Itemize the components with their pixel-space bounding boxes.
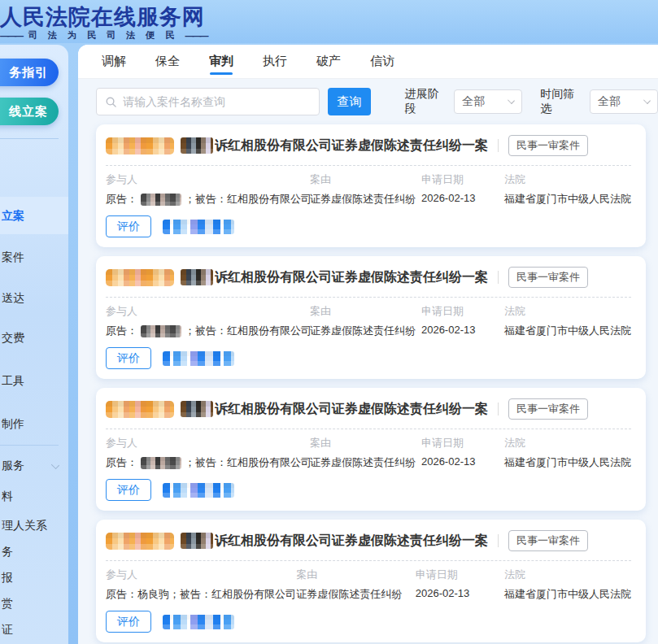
progress-stage-label: 进展阶段 xyxy=(405,87,447,116)
case-card[interactable]: 诉红相股份有限公司证券虚假陈述责任纠纷一案 民事一审案件 参与人 原告： ； 被… xyxy=(96,124,646,247)
search-input[interactable] xyxy=(123,95,311,108)
chevron-down-icon xyxy=(51,461,59,469)
sidebar-item-payment[interactable]: 交费 xyxy=(0,329,68,346)
defendant-name: 红相股份有限公司 xyxy=(227,192,312,207)
case-title-row: 诉红相股份有限公司证券虚假陈述责任纠纷一案 民事一审案件 xyxy=(106,135,631,156)
title-divider xyxy=(498,402,499,416)
case-card[interactable]: 诉红相股份有限公司证券虚假陈述责任纠纷一案 民事一审案件 参与人 原告： ； 被… xyxy=(96,388,646,511)
participants-label: 参与人 xyxy=(106,172,310,187)
sidebar-item-cases[interactable]: 案件 xyxy=(0,249,68,265)
cause-value: 证券虚假陈述责任纠纷 xyxy=(310,192,421,207)
apply-date-label: 申请日期 xyxy=(421,436,504,450)
title-divider xyxy=(498,139,499,152)
tab-trial[interactable]: 审判 xyxy=(207,45,235,79)
case-card[interactable]: 诉红相股份有限公司证券虚假陈述责任纠纷一案 民事一审案件 参与人 原告： 杨良驹… xyxy=(96,520,646,642)
case-title-row: 诉红相股份有限公司证券虚假陈述责任纠纷一案 民事一审案件 xyxy=(106,398,631,420)
sidebar-subitem-verify[interactable]: 证 xyxy=(0,621,68,637)
online-filing-button[interactable]: 线立案 xyxy=(0,98,59,125)
case-type-badge: 民事一审案件 xyxy=(508,135,588,156)
redacted-plaintiff xyxy=(141,457,181,469)
sidebar-subitem-materials[interactable]: 料 xyxy=(0,488,68,504)
redacted-plaintiff xyxy=(141,325,181,337)
tagline-dash-right: ——— xyxy=(185,31,207,41)
case-type-badge: 民事一审案件 xyxy=(508,398,588,420)
sidebar-item-drafting[interactable]: 制作 xyxy=(0,416,68,432)
chevron-down-icon xyxy=(508,97,515,104)
sidebar: 务指引 线立案 立案 案件 送达 交费 工具 制作 服务 料 理人关系 务 报 … xyxy=(0,45,68,644)
search-box[interactable] xyxy=(96,88,320,115)
plaintiff-name: 杨良驹 xyxy=(137,587,169,602)
dashed-divider xyxy=(106,560,631,561)
court-label: 法院 xyxy=(504,172,631,187)
redacted-case-id xyxy=(163,351,234,366)
defendant-prefix: 被告： xyxy=(195,324,227,338)
content-area: 查询 进展阶段 全部 时间筛选 全部 诉红相股份有限公司证券虚假陈述责任纠纷一案 xyxy=(78,79,658,644)
tab-enforcement[interactable]: 执行 xyxy=(261,45,289,79)
apply-date-value: 2026-02-13 xyxy=(421,324,504,336)
apply-date-label: 申请日期 xyxy=(421,172,504,187)
defendant-prefix: 被告： xyxy=(180,587,211,602)
sidebar-subitem-reward[interactable]: 赏 xyxy=(0,595,68,611)
redacted-party-name xyxy=(181,401,213,417)
redacted-case-number xyxy=(106,401,174,418)
case-card[interactable]: 诉红相股份有限公司证券虚假陈述责任纠纷一案 民事一审案件 参与人 原告： ； 被… xyxy=(96,256,646,379)
participants-label: 参与人 xyxy=(106,436,310,450)
sidebar-section-services[interactable]: 服务 xyxy=(0,457,68,473)
plaintiff-prefix: 原告： xyxy=(106,455,137,470)
cause-label: 案由 xyxy=(296,568,416,582)
evaluate-button[interactable]: 评价 xyxy=(106,479,151,501)
search-toolbar: 查询 进展阶段 全部 时间筛选 全部 xyxy=(78,88,658,115)
sidebar-item-delivery[interactable]: 送达 xyxy=(0,289,68,306)
redacted-case-number xyxy=(106,269,174,286)
court-value: 福建省厦门市中级人民法院 xyxy=(504,192,631,207)
tab-preservation[interactable]: 保全 xyxy=(154,45,181,79)
participants-label: 参与人 xyxy=(106,304,310,319)
tab-mediation[interactable]: 调解 xyxy=(100,45,128,79)
main-panel: 调解 保全 审判 执行 破产 信访 查询 进展阶段 全部 时间筛选 全部 xyxy=(78,45,658,644)
defendant-prefix: 被告： xyxy=(195,192,227,207)
tagline-text: 司 法 为 民 司 法 便 民 xyxy=(28,29,178,41)
case-title: 诉红相股份有限公司证券虚假陈述责任纠纷一案 xyxy=(215,137,488,154)
evaluate-button[interactable]: 评价 xyxy=(106,611,151,633)
court-label: 法院 xyxy=(504,436,631,450)
redacted-case-id xyxy=(163,220,234,234)
sidebar-item-tools[interactable]: 工具 xyxy=(0,372,68,389)
defendant-name: 红相股份有限公司 xyxy=(227,324,312,338)
plaintiff-prefix: 原告： xyxy=(106,324,137,338)
dashed-divider xyxy=(106,165,631,166)
service-guide-button[interactable]: 务指引 xyxy=(0,59,59,86)
tab-bankruptcy[interactable]: 破产 xyxy=(315,45,342,79)
evaluate-button[interactable]: 评价 xyxy=(106,347,151,369)
time-filter-select[interactable]: 全部 xyxy=(590,89,658,114)
case-title: 诉红相股份有限公司证券虚假陈述责任纠纷一案 xyxy=(215,269,488,286)
sidebar-item-filing[interactable]: 立案 xyxy=(0,197,68,234)
cause-value: 证券虚假陈述责任纠纷 xyxy=(310,324,421,338)
redacted-case-id xyxy=(163,615,234,629)
case-details: 参与人 原告： ； 被告： 红相股份有限公司 案由 证券虚假陈述责任纠纷 xyxy=(106,172,631,207)
separator: ； xyxy=(169,587,180,602)
plaintiff-prefix: 原告： xyxy=(106,587,137,602)
separator: ； xyxy=(185,455,195,470)
case-details: 参与人 原告： 杨良驹 ； 被告： 红相股份有限公司 案由 证券虚假陈述责任纠纷 xyxy=(106,568,631,602)
sidebar-subitem-agent-relation[interactable]: 理人关系 xyxy=(0,517,68,533)
case-type-badge: 民事一审案件 xyxy=(508,267,588,288)
cause-label: 案由 xyxy=(310,172,421,187)
search-button[interactable]: 查询 xyxy=(328,88,370,115)
court-value: 福建省厦门市中级人民法院 xyxy=(504,324,631,338)
sidebar-subitem-declare[interactable]: 报 xyxy=(0,569,68,585)
site-title: 人民法院在线服务网 xyxy=(0,2,205,32)
evaluate-button[interactable]: 评价 xyxy=(106,215,151,237)
tab-petition[interactable]: 信访 xyxy=(368,45,396,79)
sidebar-subitem-service[interactable]: 务 xyxy=(0,543,68,559)
court-label: 法院 xyxy=(504,304,631,319)
site-tagline: ——— 司 法 为 民 司 法 便 民 ——— xyxy=(0,29,207,41)
apply-date-value: 2026-02-13 xyxy=(421,192,504,204)
case-actions: 评价 xyxy=(106,347,631,369)
cause-value: 证券虚假陈述责任纠纷 xyxy=(310,455,421,470)
court-value: 福建省厦门市中级人民法院 xyxy=(504,587,631,602)
site-header: 人民法院在线服务网 ——— 司 法 为 民 司 法 便 民 ——— xyxy=(0,0,658,43)
progress-stage-select[interactable]: 全部 xyxy=(454,89,522,114)
plaintiff-prefix: 原告： xyxy=(106,192,137,207)
cause-label: 案由 xyxy=(310,436,421,450)
cause-label: 案由 xyxy=(310,304,421,319)
